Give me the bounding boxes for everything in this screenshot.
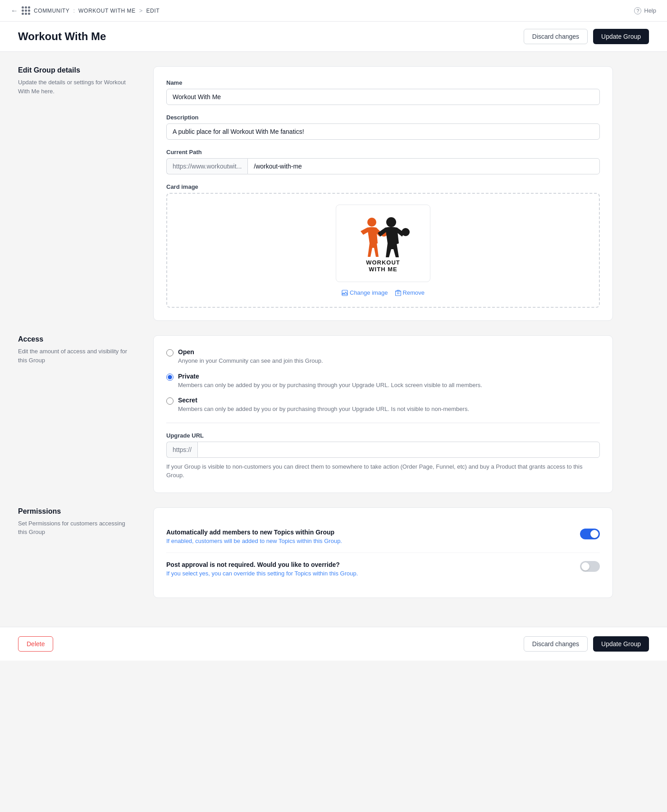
permissions-title: Permissions (18, 507, 135, 515)
footer-actions: Discard changes Update Group (524, 636, 649, 652)
divider (166, 423, 600, 423)
permissions-card: Automatically add members to new Topics … (153, 507, 613, 598)
access-title: Access (18, 335, 135, 343)
edit-group-title: Edit Group details (18, 66, 135, 74)
radio-open-row: Open Anyone in your Community can see an… (166, 348, 600, 365)
permission-post-approval-text: Post approval is not required. Would you… (166, 561, 358, 577)
svg-text:WITH ME: WITH ME (369, 266, 397, 273)
edit-group-description: Edit Group details Update the details or… (18, 66, 135, 321)
secret-label[interactable]: Secret (178, 397, 197, 404)
permission-post-approval: Post approval is not required. Would you… (166, 553, 600, 585)
private-radio[interactable] (166, 374, 174, 381)
radio-secret: Secret Members can only be added by you … (166, 397, 600, 414)
name-label: Name (166, 79, 600, 86)
private-content: Private Members can only be added by you… (178, 373, 482, 390)
description-group: Description (166, 114, 600, 140)
permission-post-approval-title: Post approval is not required. Would you… (166, 561, 358, 568)
remove-label: Remove (403, 289, 425, 296)
card-image-group: Card image (166, 183, 600, 308)
permission-auto-add-text: Automatically add members to new Topics … (166, 529, 342, 544)
private-label[interactable]: Private (178, 373, 199, 380)
permissions-desc: Set Permissions for customers accessing … (18, 519, 135, 537)
community-breadcrumb[interactable]: COMMUNITY (34, 8, 69, 14)
permission-post-approval-desc: If you select yes, you can override this… (166, 570, 358, 577)
radio-private: Private Members can only be added by you… (166, 373, 600, 390)
card-image-preview: WORKOUT WITH ME (336, 205, 430, 282)
svg-point-0 (367, 218, 376, 227)
footer-update-button[interactable]: Update Group (593, 636, 649, 652)
current-breadcrumb: EDIT (146, 8, 160, 14)
access-description: Access Edit the amount of access and vis… (18, 335, 135, 493)
breadcrumb-sep1: : (73, 7, 75, 14)
remove-icon (395, 290, 401, 296)
help-label: Help (644, 7, 656, 14)
path-row: https://www.workoutwit... (166, 158, 600, 174)
card-image-actions: Change image Remove (342, 289, 425, 296)
svg-point-2 (386, 217, 396, 227)
secret-radio[interactable] (166, 397, 174, 405)
svg-point-3 (402, 228, 410, 236)
card-image-label: Card image (166, 183, 600, 190)
upgrade-url-input[interactable] (197, 442, 600, 458)
secret-desc: Members can only be added by you or by p… (178, 405, 469, 414)
footer-discard-button[interactable]: Discard changes (524, 636, 588, 652)
group-breadcrumb[interactable]: WORKOUT WITH ME (78, 8, 136, 14)
upgrade-url-row: https:// (166, 442, 600, 458)
delete-button[interactable]: Delete (18, 636, 53, 652)
upgrade-url-group: Upgrade URL https:// If your Group is vi… (166, 432, 600, 480)
change-image-link[interactable]: Change image (342, 289, 388, 296)
post-approval-toggle[interactable] (580, 561, 600, 572)
card-image-area[interactable]: WORKOUT WITH ME Change image (166, 193, 600, 308)
change-image-label: Change image (350, 289, 388, 296)
access-section: Access Edit the amount of access and vis… (18, 335, 613, 493)
path-suffix-input[interactable] (247, 158, 600, 174)
upgrade-note: If your Group is visible to non-customer… (166, 462, 600, 480)
name-group: Name (166, 79, 600, 105)
header-discard-button[interactable]: Discard changes (524, 29, 588, 44)
remove-image-link[interactable]: Remove (395, 289, 425, 296)
access-desc: Edit the amount of access and visibility… (18, 347, 135, 365)
open-label[interactable]: Open (178, 348, 194, 356)
header-actions: Discard changes Update Group (524, 29, 649, 44)
post-approval-slider (580, 561, 600, 572)
permissions-description: Permissions Set Permissions for customer… (18, 507, 135, 598)
svg-rect-7 (395, 291, 401, 296)
breadcrumb: ← COMMUNITY : WORKOUT WITH ME > EDIT (11, 6, 160, 15)
permission-auto-add-desc: If enabled, customers will be added to n… (166, 538, 342, 544)
help-circle-icon: ? (634, 7, 641, 14)
breadcrumb-sep2: > (139, 7, 143, 14)
top-navigation: ← COMMUNITY : WORKOUT WITH ME > EDIT ? H… (0, 0, 667, 22)
community-icon (22, 6, 30, 15)
help-link[interactable]: ? Help (634, 7, 656, 14)
secret-content: Secret Members can only be added by you … (178, 397, 469, 414)
back-button[interactable]: ← (11, 7, 18, 15)
header-update-button[interactable]: Update Group (593, 29, 649, 44)
access-card: Open Anyone in your Community can see an… (153, 335, 613, 493)
description-input[interactable] (166, 123, 600, 140)
private-desc: Members can only be added by you or by p… (178, 381, 482, 390)
radio-private-row: Private Members can only be added by you… (166, 373, 600, 390)
page-title: Workout With Me (18, 30, 106, 43)
change-image-icon (342, 290, 348, 296)
upgrade-prefix: https:// (166, 442, 197, 458)
name-input[interactable] (166, 89, 600, 105)
page-header: Workout With Me Discard changes Update G… (0, 22, 667, 52)
permission-auto-add-title: Automatically add members to new Topics … (166, 529, 342, 536)
description-label: Description (166, 114, 600, 121)
main-content: Edit Group details Update the details or… (0, 52, 631, 627)
auto-add-slider (580, 529, 600, 539)
radio-open: Open Anyone in your Community can see an… (166, 348, 600, 365)
path-group: Current Path https://www.workoutwit... (166, 149, 600, 174)
edit-group-card: Name Description Current Path https://ww… (153, 66, 613, 321)
path-label: Current Path (166, 149, 600, 155)
upgrade-url-label: Upgrade URL (166, 432, 600, 439)
open-radio[interactable] (166, 349, 174, 356)
page-footer: Delete Discard changes Update Group (0, 627, 667, 661)
edit-group-desc: Update the details or settings for Worko… (18, 78, 135, 96)
permissions-section: Permissions Set Permissions for customer… (18, 507, 613, 598)
radio-secret-row: Secret Members can only be added by you … (166, 397, 600, 414)
wwm-logo-image: WORKOUT WITH ME (347, 214, 419, 273)
auto-add-toggle[interactable] (580, 529, 600, 539)
path-prefix: https://www.workoutwit... (166, 158, 247, 174)
open-desc: Anyone in your Community can see and joi… (178, 356, 323, 365)
